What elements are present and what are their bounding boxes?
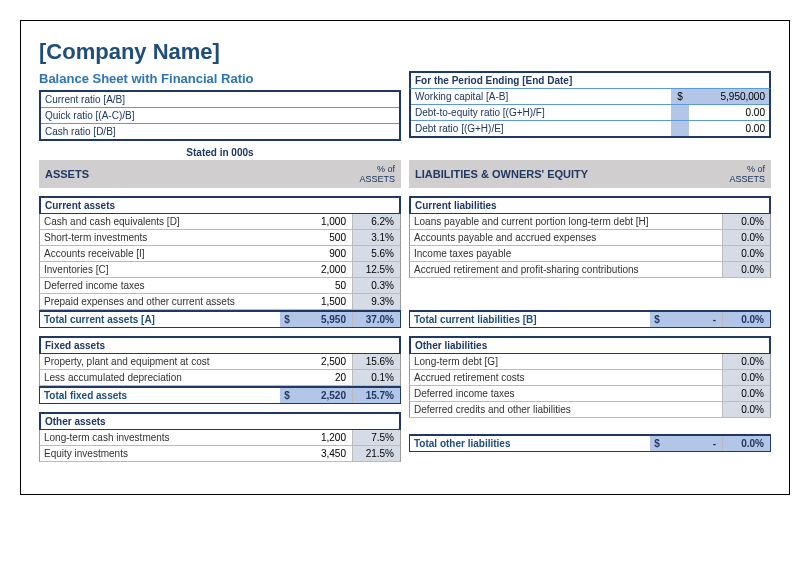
currency-symbol: $ <box>650 312 664 327</box>
row-value: 1,500 <box>294 294 352 309</box>
current-liabilities-section: Current liabilities Loans payable and cu… <box>409 196 771 328</box>
currency-symbol: $ <box>280 312 294 327</box>
total-value: 2,520 <box>294 388 352 403</box>
row-value: 900 <box>294 246 352 261</box>
assets-header-band: ASSETS % of ASSETS <box>39 160 401 188</box>
row-pct: 15.6% <box>352 354 400 369</box>
row-pct: 0.1% <box>352 370 400 385</box>
ratio-value <box>354 92 399 107</box>
total-pct: 0.0% <box>722 312 770 327</box>
section-title: Current liabilities <box>409 196 771 214</box>
total-value: - <box>664 436 722 451</box>
row-pct: 0.0% <box>722 402 770 417</box>
pct-header: % of ASSETS <box>715 164 765 184</box>
currency-symbol: $ <box>671 89 689 104</box>
row-pct: 21.5% <box>352 446 400 461</box>
row-pct: 12.5% <box>352 262 400 277</box>
section-title: Other assets <box>39 412 401 430</box>
total-pct: 15.7% <box>352 388 400 403</box>
ratio-label: Current ratio [A/B] <box>41 92 354 107</box>
currency-symbol: $ <box>280 388 294 403</box>
currency-symbol: $ <box>650 436 664 451</box>
row-label: Deferred income taxes <box>410 386 664 401</box>
row-pct: 6.2% <box>352 214 400 229</box>
total-label: Total current assets [A] <box>40 312 280 327</box>
row-pct: 9.3% <box>352 294 400 309</box>
ratio-label: Debt-to-equity ratio [(G+H)/F] <box>411 105 671 120</box>
row-pct: 3.1% <box>352 230 400 245</box>
row-value: 3,450 <box>294 446 352 461</box>
pct-header: % of ASSETS <box>345 164 395 184</box>
row-value <box>664 246 722 261</box>
row-label: Property, plant and equipment at cost <box>40 354 294 369</box>
row-value: 2,500 <box>294 354 352 369</box>
left-ratio-box: Current ratio [A/B] Quick ratio [(A-C)/B… <box>39 90 401 141</box>
row-value: 1,000 <box>294 214 352 229</box>
row-pct: 0.0% <box>722 246 770 261</box>
assets-header: ASSETS <box>45 168 345 180</box>
row-label: Accrued retirement and profit-sharing co… <box>410 262 664 277</box>
right-ratio-box: Working capital [A-B]$5,950,000 Debt-to-… <box>409 89 771 138</box>
row-pct: 0.0% <box>722 230 770 245</box>
row-pct: 0.3% <box>352 278 400 293</box>
row-label: Deferred income taxes <box>40 278 294 293</box>
row-label: Equity investments <box>40 446 294 461</box>
liabilities-header-band: LIABILITIES & OWNERS' EQUITY % of ASSETS <box>409 160 771 188</box>
row-label: Long-term cash investments <box>40 430 294 445</box>
row-value <box>664 402 722 417</box>
section-title: Current assets <box>39 196 401 214</box>
section-title: Other liabilities <box>409 336 771 354</box>
row-value: 20 <box>294 370 352 385</box>
total-pct: 0.0% <box>722 436 770 451</box>
total-row: Total current liabilities [B]$-0.0% <box>409 310 771 328</box>
row-value <box>664 214 722 229</box>
row-value <box>664 262 722 277</box>
row-pct: 0.0% <box>722 262 770 277</box>
total-value: - <box>664 312 722 327</box>
row-label: Long-term debt [G] <box>410 354 664 369</box>
total-row: Total other liabilities$-0.0% <box>409 434 771 452</box>
row-label: Loans payable and current portion long-t… <box>410 214 664 229</box>
row-label: Accounts receivable [I] <box>40 246 294 261</box>
row-value: 1,200 <box>294 430 352 445</box>
row-label: Accounts payable and accrued expenses <box>410 230 664 245</box>
ratio-value: 0.00 <box>689 121 769 136</box>
other-liabilities-section: Other liabilities Long-term debt [G]0.0%… <box>409 336 771 452</box>
row-value <box>664 370 722 385</box>
row-pct: 5.6% <box>352 246 400 261</box>
company-name: [Company Name] <box>39 39 771 65</box>
other-assets-section: Other assets Long-term cash investments1… <box>39 412 401 462</box>
row-pct: 0.0% <box>722 386 770 401</box>
ratio-label: Working capital [A-B] <box>411 89 671 104</box>
stated-label: Stated in 000s <box>39 147 401 158</box>
current-assets-section: Current assets Cash and cash equivalents… <box>39 196 401 328</box>
row-label: Deferred credits and other liabilities <box>410 402 664 417</box>
ratio-value: 5,950,000 <box>689 89 769 104</box>
row-pct: 7.5% <box>352 430 400 445</box>
row-pct: 0.0% <box>722 214 770 229</box>
ratio-label: Debt ratio [(G+H)/E] <box>411 121 671 136</box>
subtitle: Balance Sheet with Financial Ratio <box>39 71 401 86</box>
total-value: 5,950 <box>294 312 352 327</box>
liabilities-header: LIABILITIES & OWNERS' EQUITY <box>415 168 715 180</box>
ratio-value: 0.00 <box>689 105 769 120</box>
period-header: For the Period Ending [End Date] <box>409 71 771 89</box>
ratio-label: Quick ratio [(A-C)/B] <box>41 108 354 123</box>
balance-sheet: [Company Name] Balance Sheet with Financ… <box>20 20 790 495</box>
ratio-value <box>354 124 399 139</box>
row-label: Cash and cash equivalents [D] <box>40 214 294 229</box>
row-value <box>664 386 722 401</box>
currency-symbol <box>671 105 689 120</box>
row-label: Inventories [C] <box>40 262 294 277</box>
total-row: Total current assets [A]$5,95037.0% <box>39 310 401 328</box>
total-row: Total fixed assets$2,52015.7% <box>39 386 401 404</box>
row-label: Short-term investments <box>40 230 294 245</box>
row-label: Prepaid expenses and other current asset… <box>40 294 294 309</box>
row-label: Less accumulated depreciation <box>40 370 294 385</box>
total-label: Total other liabilities <box>410 436 650 451</box>
section-title: Fixed assets <box>39 336 401 354</box>
total-pct: 37.0% <box>352 312 400 327</box>
ratio-value <box>354 108 399 123</box>
row-value: 50 <box>294 278 352 293</box>
row-value <box>664 230 722 245</box>
